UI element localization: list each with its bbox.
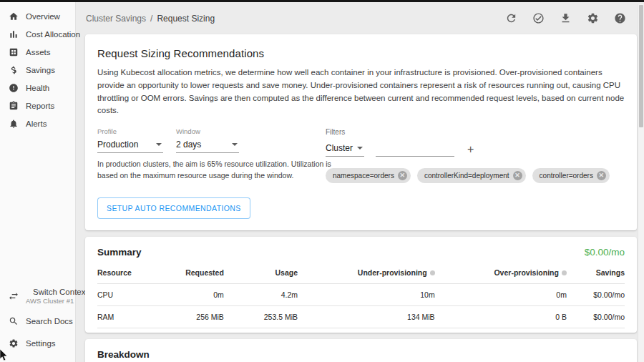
cell-savings: $0.00/mo	[567, 305, 625, 328]
summary-total-savings: $0.00/mo	[585, 247, 625, 258]
sidebar: Overview Cost Allocation Assets Savings …	[0, 2, 76, 362]
profile-field: Profile Production	[97, 127, 163, 153]
profile-window-controls: Profile Production Window 2 days	[97, 127, 326, 219]
chevron-down-icon	[357, 147, 363, 150]
bar-chart-icon	[8, 29, 19, 39]
profile-value: Production	[97, 140, 138, 150]
info-icon[interactable]	[562, 270, 567, 275]
summary-row-ram: RAM 256 MiB 253.5 MiB 134 MiB 0 B $0.00/…	[97, 305, 625, 328]
breakdown-card: Breakdown Container Cluster CPUusage CPU…	[85, 339, 637, 362]
add-filter-button[interactable]: +	[466, 144, 475, 157]
sidebar-item-label: Health	[26, 84, 49, 92]
health-alert-icon	[8, 82, 19, 93]
window-top-strip	[0, 0, 644, 2]
sidebar-item-assets[interactable]: Assets	[0, 43, 75, 61]
filters-panel: Filters Cluster + namespace=orders	[326, 127, 625, 219]
refresh-icon	[505, 12, 517, 24]
page-title: Request Sizing Recommendations	[97, 47, 625, 59]
filter-chips: namespace=orders ✕ controllerKind=deploy…	[326, 168, 625, 183]
cell-over: 0m	[435, 283, 567, 305]
cell-usage: 253.5 MiB	[224, 305, 298, 328]
cell-under: 134 MiB	[298, 305, 435, 328]
search-docs-button[interactable]: Search Docs	[0, 312, 75, 330]
sidebar-item-label: Overview	[26, 12, 60, 21]
remove-chip-icon[interactable]: ✕	[513, 171, 522, 180]
page-description: Using Kubecost allocation metrics, we de…	[97, 67, 625, 117]
filter-chip: controller=orders ✕	[532, 168, 610, 183]
sidebar-item-health[interactable]: Health	[0, 79, 75, 97]
cell-usage: 4.2m	[224, 283, 298, 305]
sidebar-nav: Overview Cost Allocation Assets Savings …	[0, 2, 75, 132]
request-sizing-card: Request Sizing Recommendations Using Kub…	[85, 34, 637, 230]
window-label: Window	[176, 127, 239, 135]
chevron-down-icon	[156, 143, 162, 146]
profile-select[interactable]: Production	[97, 137, 163, 153]
breadcrumb-parent-link[interactable]: Cluster Savings	[86, 14, 146, 24]
switch-context-button[interactable]: Switch Context AWS Cluster #1	[0, 285, 75, 308]
filter-field-select[interactable]: Cluster	[326, 142, 364, 157]
filter-chip-label: namespace=orders	[333, 172, 394, 180]
col-under-provisioning: Under-provisioning	[298, 262, 435, 284]
cell-over: 0 B	[435, 305, 567, 328]
breadcrumb: Cluster Savings / Request Sizing	[86, 14, 215, 24]
remove-chip-icon[interactable]: ✕	[597, 171, 606, 180]
clipboard-icon	[8, 100, 19, 111]
cell-savings: $0.00/mo	[567, 283, 625, 305]
remove-chip-icon[interactable]: ✕	[398, 171, 407, 180]
sidebar-item-label: Cost Allocation	[26, 30, 80, 39]
sidebar-footer: Switch Context AWS Cluster #1 Search Doc…	[0, 285, 75, 362]
home-icon	[8, 11, 19, 21]
filter-value-input[interactable]	[376, 142, 454, 157]
main-area: Cluster Savings / Request Sizing Request…	[76, 2, 644, 362]
profile-hint-text: In production clusters, the aim is 65% r…	[97, 159, 333, 182]
scrollbar-thumb[interactable]	[639, 5, 643, 127]
help-icon	[614, 12, 626, 24]
col-resource: Resource	[97, 262, 166, 284]
controls-row: Profile Production Window 2 days	[97, 127, 625, 219]
settings-gear-button[interactable]	[586, 12, 599, 25]
sidebar-item-label: Savings	[26, 66, 55, 74]
summary-card: Summary $0.00/mo Resource Requested Usag…	[85, 237, 637, 333]
cell-requested: 0m	[166, 283, 224, 305]
gear-icon	[587, 12, 599, 24]
settings-button[interactable]: Settings	[0, 334, 75, 352]
refresh-button[interactable]	[504, 12, 517, 25]
col-savings: Savings	[567, 262, 625, 284]
chevron-down-icon	[232, 143, 238, 146]
sidebar-item-alerts[interactable]: Alerts	[0, 114, 75, 132]
sidebar-item-label: Reports	[26, 102, 54, 110]
sidebar-item-label: Alerts	[26, 119, 47, 128]
window-value: 2 days	[176, 140, 201, 150]
col-over-provisioning: Over-provisioning	[435, 262, 567, 284]
diagnostics-button[interactable]	[532, 12, 545, 25]
swap-arrows-icon	[8, 291, 19, 302]
check-circle-icon	[532, 12, 545, 24]
filter-field-value: Cluster	[326, 143, 353, 153]
page-content: Request Sizing Recommendations Using Kub…	[76, 34, 638, 362]
search-docs-label: Search Docs	[26, 317, 73, 326]
breadcrumb-separator: /	[150, 14, 152, 24]
setup-auto-recommendations-button[interactable]: SETUP AUTO RECOMMENDATIONS	[97, 197, 250, 219]
filter-chip: controllerKind=deployment ✕	[417, 168, 526, 183]
topbar-actions	[504, 12, 626, 25]
filter-chip-label: controller=orders	[540, 172, 593, 180]
sidebar-item-savings[interactable]: Savings	[0, 61, 75, 79]
sidebar-item-overview[interactable]: Overview	[0, 7, 75, 25]
sidebar-item-reports[interactable]: Reports	[0, 97, 75, 114]
vertical-scrollbar[interactable]	[638, 4, 644, 362]
info-icon[interactable]	[430, 270, 435, 275]
settings-label: Settings	[26, 339, 56, 348]
topbar: Cluster Savings / Request Sizing	[76, 2, 638, 34]
help-button[interactable]	[613, 12, 626, 25]
window-select[interactable]: 2 days	[176, 137, 239, 153]
summary-title: Summary	[97, 247, 142, 258]
cell-under: 10m	[298, 283, 435, 305]
bell-icon	[8, 118, 19, 129]
widgets-icon	[8, 47, 19, 57]
sidebar-item-cost-allocation[interactable]: Cost Allocation	[0, 25, 75, 43]
col-usage: Usage	[224, 262, 298, 284]
app-root: Overview Cost Allocation Assets Savings …	[0, 2, 644, 362]
download-icon	[560, 12, 572, 24]
filters-label: Filters	[326, 128, 625, 136]
download-button[interactable]	[559, 12, 572, 25]
